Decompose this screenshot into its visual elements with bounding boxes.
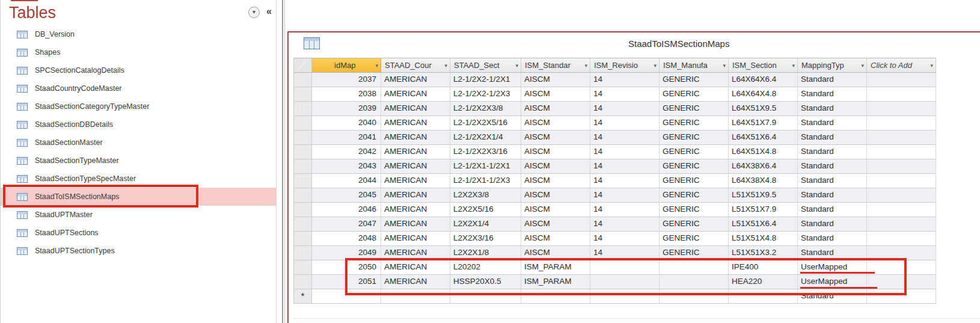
cell[interactable]: L2X2X1/4 — [450, 217, 521, 231]
cell[interactable]: L2-1/2X2-1/2X1 — [450, 73, 521, 87]
cell[interactable]: L2-1/2X1-1/2X1 — [450, 159, 521, 173]
sidebar-item-StaadToISMSectionMaps[interactable]: StaadToISMSectionMaps — [1, 188, 276, 206]
pane-splitter[interactable] — [282, 0, 283, 323]
cell[interactable] — [867, 159, 936, 173]
cell[interactable] — [867, 116, 936, 130]
cell[interactable]: Standard — [798, 116, 867, 130]
record-selector[interactable] — [294, 174, 312, 188]
sidebar-item-StaadSectionTypeSpecMaster[interactable]: StaadSectionTypeSpecMaster — [1, 170, 276, 188]
cell[interactable]: L51X51X3.2 — [729, 246, 798, 260]
cell[interactable] — [867, 232, 936, 245]
cell[interactable]: GENERIC — [660, 102, 729, 115]
cell[interactable] — [867, 275, 936, 289]
cell[interactable]: AISCM — [521, 87, 590, 101]
cell[interactable] — [867, 217, 936, 231]
column-header-STAAD_Sect[interactable]: STAAD_Sect▾ — [450, 58, 521, 72]
cell[interactable]: GENERIC — [660, 174, 729, 188]
cell[interactable]: Standard — [798, 102, 867, 115]
cell[interactable]: 14 — [590, 116, 660, 130]
cell[interactable]: IPE400 — [729, 260, 798, 274]
cell[interactable]: GENERIC — [660, 131, 729, 144]
cell[interactable] — [867, 246, 936, 260]
cell[interactable]: 2040 — [312, 116, 381, 130]
cell[interactable]: Standard — [798, 159, 867, 173]
cell[interactable]: Standard — [798, 289, 867, 303]
cell[interactable]: Standard — [798, 188, 867, 202]
cell[interactable]: HSSP20X0.5 — [450, 275, 521, 289]
cell[interactable] — [867, 145, 936, 159]
column-header-idMap[interactable]: idMap▾ — [312, 58, 381, 72]
cell[interactable]: L2-1/2X1-1/2X3 — [450, 174, 521, 188]
cell[interactable]: 2048 — [312, 232, 381, 245]
record-selector[interactable] — [294, 232, 312, 245]
column-dropdown-icon[interactable]: ▾ — [792, 63, 795, 69]
cell[interactable]: GENERIC — [660, 232, 729, 245]
shutter-bar-close-button[interactable]: « — [266, 6, 272, 17]
column-dropdown-icon[interactable]: ▾ — [444, 63, 447, 69]
cell[interactable]: GENERIC — [660, 246, 729, 260]
column-header-ISM_Manufa[interactable]: ISM_Manufa▾ — [660, 58, 729, 72]
cell[interactable]: L2-1/2X2X3/8 — [450, 102, 521, 115]
sidebar-item-StaadUPTSectionTypes[interactable]: StaadUPTSectionTypes — [1, 242, 276, 260]
cell[interactable] — [590, 275, 660, 289]
cell[interactable]: AISCM — [521, 145, 590, 159]
record-selector[interactable] — [294, 188, 312, 202]
cell[interactable]: AISCM — [521, 174, 590, 188]
column-header-ISM_Standar[interactable]: ISM_Standar▾ — [521, 58, 590, 72]
cell[interactable]: L2-1/2X2X1/4 — [450, 131, 521, 144]
record-selector[interactable] — [294, 217, 312, 231]
cell[interactable]: AMERICAN — [381, 188, 450, 202]
cell[interactable]: L2-1/2X2X3/16 — [450, 145, 521, 159]
cell[interactable]: L2X2X5/16 — [450, 203, 521, 217]
cell[interactable]: AMERICAN — [381, 87, 450, 101]
cell[interactable]: UserMapped — [798, 275, 867, 289]
cell[interactable] — [590, 260, 660, 274]
cell[interactable]: L64X51X7.9 — [729, 116, 798, 130]
cell[interactable]: L64X64X6.4 — [729, 73, 798, 87]
cell[interactable]: L51X51X7.9 — [729, 203, 798, 217]
cell[interactable]: 2045 — [312, 188, 381, 202]
column-dropdown-icon[interactable]: ▾ — [515, 63, 518, 69]
cell[interactable]: GENERIC — [660, 188, 729, 202]
cell[interactable]: L64X51X6.4 — [729, 131, 798, 144]
sidebar-item-StaadSectionCategoryTypeMaster[interactable]: StaadSectionCategoryTypeMaster — [1, 97, 276, 115]
cell[interactable]: Standard — [798, 145, 867, 159]
sidebar-item-StaadCountryCodeMaster[interactable]: StaadCountryCodeMaster — [1, 79, 276, 97]
cell[interactable] — [590, 289, 660, 303]
cell[interactable] — [729, 289, 798, 303]
cell[interactable]: Standard — [798, 174, 867, 188]
cell[interactable] — [312, 289, 381, 303]
cell[interactable]: AISCM — [521, 217, 590, 231]
cell[interactable]: ISM_PARAM — [521, 275, 590, 289]
column-dropdown-icon[interactable]: ▾ — [723, 63, 726, 69]
cell[interactable]: 14 — [590, 102, 660, 115]
cell[interactable]: GENERIC — [660, 116, 729, 130]
cell[interactable]: 2037 — [312, 73, 381, 87]
cell[interactable]: AISCM — [521, 232, 590, 245]
cell[interactable]: AISCM — [521, 73, 590, 87]
cell[interactable]: GENERIC — [660, 87, 729, 101]
cell[interactable]: 2041 — [312, 131, 381, 144]
record-selector[interactable] — [294, 203, 312, 217]
cell[interactable]: GENERIC — [660, 217, 729, 231]
cell[interactable]: 2050 — [312, 260, 381, 274]
cell[interactable] — [521, 289, 590, 303]
cell[interactable]: AMERICAN — [381, 246, 450, 260]
record-selector[interactable] — [294, 145, 312, 159]
record-selector[interactable] — [294, 260, 312, 274]
cell[interactable]: 2043 — [312, 159, 381, 173]
column-dropdown-icon[interactable]: ▾ — [930, 63, 933, 69]
cell[interactable]: Standard — [798, 232, 867, 245]
cell[interactable]: AISCM — [521, 159, 590, 173]
cell[interactable]: GENERIC — [660, 145, 729, 159]
cell[interactable]: 2038 — [312, 87, 381, 101]
cell[interactable]: L51X51X4.8 — [729, 232, 798, 245]
cell[interactable] — [867, 87, 936, 101]
select-all-cell[interactable] — [294, 58, 312, 72]
cell[interactable]: 2042 — [312, 145, 381, 159]
cell[interactable] — [660, 275, 729, 289]
record-selector[interactable] — [294, 102, 312, 115]
cell[interactable]: Standard — [798, 131, 867, 144]
column-header-Click-to-Add[interactable]: Click to Add▾ — [867, 58, 936, 72]
cell[interactable] — [867, 131, 936, 144]
